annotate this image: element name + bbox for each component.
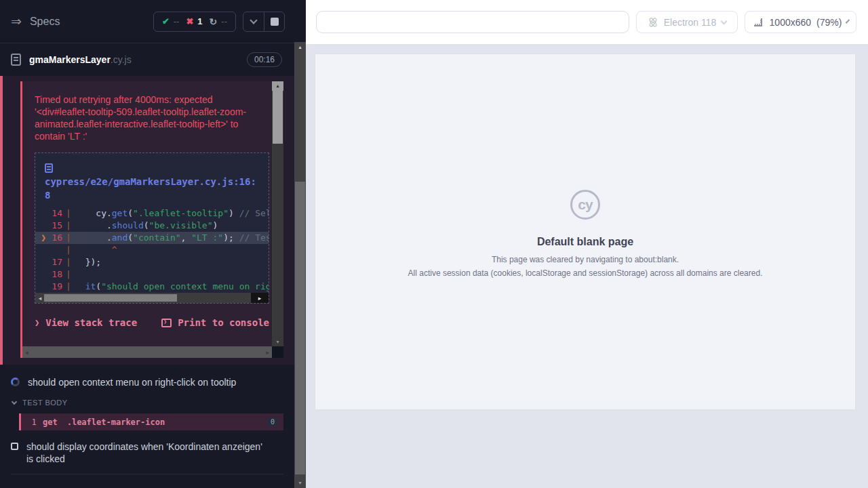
test-body-label: TEST BODY bbox=[22, 399, 68, 407]
code-line: ❯16| .and("contain", "LT :"); // Test bbox=[35, 232, 269, 244]
test-row-pending[interactable]: should display coordinates when 'Koordin… bbox=[11, 437, 263, 468]
scroll-right-icon[interactable]: ▸ bbox=[266, 349, 269, 356]
error-vertical-scrollbar[interactable]: ▴ ▾ bbox=[272, 81, 283, 346]
running-icon: ↻ bbox=[210, 16, 218, 27]
viewport-size-icon bbox=[753, 17, 764, 28]
error-message: Timed out retrying after 4000ms: expecte… bbox=[35, 94, 260, 142]
code-line: 15| .should("be.visible") bbox=[35, 220, 269, 232]
specs-title: Specs bbox=[30, 16, 153, 28]
scrollbar-thumb[interactable] bbox=[295, 182, 305, 474]
console-icon bbox=[161, 319, 172, 327]
print-to-console-button[interactable]: Print to console bbox=[161, 317, 269, 328]
code-line: | ^ bbox=[35, 244, 269, 256]
aut-panel: Electron 118 1000x660 (79%) cy Default b… bbox=[306, 0, 868, 488]
code-snippet: 14| cy.get(".leaflet-tooltip") // Sele15… bbox=[35, 207, 269, 293]
collapse-all-button[interactable] bbox=[243, 12, 264, 31]
aut-iframe: cy Default blank page This page was clea… bbox=[315, 54, 855, 409]
pending-count: -- bbox=[221, 16, 227, 26]
cypress-logo: cy bbox=[570, 190, 600, 220]
test-stats: ✔-- ✖1 ↻-- bbox=[153, 12, 236, 32]
view-stack-trace-button[interactable]: ❯ View stack trace bbox=[35, 317, 137, 328]
chevron-down-icon bbox=[721, 18, 728, 24]
error-block: Timed out retrying after 4000ms: expecte… bbox=[20, 81, 283, 358]
test-title: should open context menu on right-click … bbox=[28, 376, 236, 388]
element-count-badge: 0 bbox=[267, 418, 278, 426]
scroll-down-icon[interactable]: ▾ bbox=[294, 480, 306, 486]
spec-extension: .cy.js bbox=[111, 54, 132, 65]
spec-file-icon bbox=[11, 54, 21, 66]
chevron-down-icon bbox=[846, 19, 850, 23]
command-number: 1 bbox=[25, 418, 43, 427]
scrollbar-corner bbox=[272, 346, 283, 358]
scroll-up-icon[interactable]: ▴ bbox=[272, 81, 283, 91]
test-list: should open context menu on right-click … bbox=[0, 365, 294, 474]
scroll-down-icon[interactable]: ▾ bbox=[272, 339, 283, 345]
chevron-down-icon bbox=[250, 16, 257, 24]
stop-run-button[interactable] bbox=[264, 12, 284, 31]
scrollbar-thumb[interactable] bbox=[273, 91, 283, 144]
scroll-up-icon[interactable]: ▴ bbox=[294, 44, 306, 50]
blank-page-message: cy Default blank page This page was clea… bbox=[315, 54, 855, 278]
test-row-running[interactable]: should open context menu on right-click … bbox=[11, 373, 283, 392]
command-log-row[interactable]: 1 get .leaflet-marker-icon 0 bbox=[19, 413, 283, 430]
passed-icon: ✔ bbox=[162, 16, 170, 26]
code-line: 19| it("should open context menu on righ bbox=[35, 281, 269, 293]
passed-count: -- bbox=[174, 16, 180, 26]
command-target: .leaflet-marker-icon bbox=[67, 418, 267, 427]
pending-test-icon bbox=[11, 443, 18, 450]
blank-page-title: Default blank page bbox=[315, 236, 855, 248]
address-bar[interactable] bbox=[316, 11, 629, 33]
test-title: should display coordinates when 'Koordin… bbox=[26, 441, 263, 465]
file-icon bbox=[45, 163, 53, 173]
aut-toolbar: Electron 118 1000x660 (79%) bbox=[306, 0, 868, 44]
specs-list-icon[interactable]: ⇒ bbox=[11, 14, 22, 29]
error-code-frame: cypress/e2e/gmaMarkersLayer.cy.js:16:8 1… bbox=[35, 152, 269, 304]
browser-selector[interactable]: Electron 118 bbox=[636, 11, 738, 33]
code-line: 17| }); bbox=[35, 256, 269, 268]
browser-label: Electron 118 bbox=[664, 17, 717, 28]
scroll-right-icon[interactable]: ▸ bbox=[251, 293, 269, 303]
reporter-panel: ⇒ Specs ✔-- ✖1 ↻-- gmaMarkersLayer .cy.j… bbox=[0, 0, 306, 488]
blank-page-line1: This page was cleared by navigating to a… bbox=[315, 255, 855, 264]
reporter-header: ⇒ Specs ✔-- ✖1 ↻-- bbox=[0, 0, 294, 43]
test-body-toggle[interactable]: TEST BODY bbox=[11, 392, 283, 412]
failed-test-attempt: Timed out retrying after 4000ms: expecte… bbox=[0, 76, 294, 365]
reporter-scrollbar[interactable]: ▴ ▾ bbox=[294, 42, 306, 488]
chevron-down-icon bbox=[12, 399, 17, 404]
failed-icon: ✖ bbox=[186, 16, 193, 26]
error-horizontal-scrollbar[interactable]: ◂ ▸ bbox=[22, 346, 272, 358]
cypress-app: ⇒ Specs ✔-- ✖1 ↻-- gmaMarkersLayer .cy.j… bbox=[0, 0, 868, 488]
running-spinner-icon bbox=[11, 378, 20, 386]
spec-timer: 00:16 bbox=[247, 52, 282, 67]
viewport-selector[interactable]: 1000x660 (79%) bbox=[745, 11, 856, 33]
chevron-right-icon: ❯ bbox=[35, 318, 39, 327]
code-horizontal-scrollbar[interactable]: ◂ ▸ bbox=[35, 293, 269, 303]
viewport-size: 1000x660 bbox=[770, 17, 812, 28]
code-line: 14| cy.get(".leaflet-tooltip") // Sele bbox=[35, 207, 269, 220]
failed-count: 1 bbox=[197, 16, 202, 26]
code-line: 18| bbox=[35, 268, 269, 281]
error-file-link[interactable]: cypress/e2e/gmaMarkersLayer.cy.js:16:8 bbox=[35, 161, 269, 207]
scrollbar-thumb[interactable] bbox=[44, 294, 177, 302]
scroll-left-icon[interactable]: ◂ bbox=[25, 349, 28, 356]
electron-icon bbox=[648, 17, 658, 28]
spec-name: gmaMarkersLayer bbox=[29, 54, 111, 65]
viewport-scale: (79%) bbox=[816, 17, 842, 28]
scroll-left-icon[interactable]: ◂ bbox=[35, 295, 45, 302]
divider bbox=[11, 474, 283, 474]
blank-page-line2: All active session data (cookies, localS… bbox=[315, 268, 855, 278]
command-method: get bbox=[43, 418, 58, 427]
stop-icon bbox=[271, 18, 279, 26]
spec-row[interactable]: gmaMarkersLayer .cy.js 00:16 bbox=[0, 43, 294, 76]
